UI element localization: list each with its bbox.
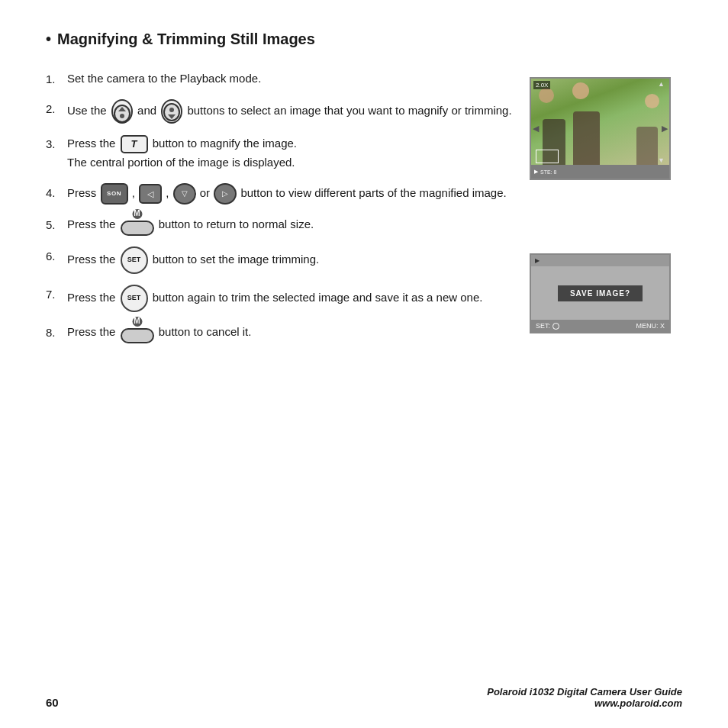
play-icon-screen2: ▶ — [535, 257, 540, 264]
step-7-text: Press the SET button again to trim the s… — [67, 285, 514, 312]
step-1-content: Set the camera to the Playback mode. — [67, 72, 261, 85]
page-number: 60 — [46, 696, 59, 709]
svg-point-3 — [169, 108, 174, 112]
bullet-point: • — [46, 31, 51, 48]
steps-left: 1. Set the camera to the Playback mode. … — [46, 69, 514, 354]
step-2-text: Use the and — [67, 99, 514, 124]
page-footer: 60 Polaroid i1032 Digital Camera User Gu… — [46, 686, 682, 709]
step-6-text: Press the SET button to set the image tr… — [67, 246, 514, 274]
set-label: SET: — [536, 322, 550, 330]
save-image-label: SAVE IMAGE? — [558, 285, 643, 301]
brand-info: Polaroid i1032 Digital Camera User Guide… — [487, 686, 682, 709]
step-3-text: Press the T button to magnify the image.… — [67, 134, 514, 172]
right-arrow-button-icon: ▷ — [214, 183, 237, 205]
screen-2-header: ▶ — [531, 255, 669, 266]
section-title: • Magnifying & Trimming Still Images — [46, 31, 682, 48]
set-button-icon: SET — [121, 246, 148, 274]
step-4-number: 4. — [46, 183, 67, 202]
step-4-text: Press SON , ◁ , ▽ or — [67, 183, 514, 205]
step-6-number: 6. — [46, 246, 67, 266]
right-nav-arrow: ▶ — [662, 124, 668, 134]
steps-area: 1. Set the camera to the Playback mode. … — [46, 69, 682, 354]
camera-screen-2: ▶ SAVE IMAGE? SET: MENU: X — [530, 253, 671, 333]
brand-line2: www.polaroid.com — [487, 697, 682, 709]
brand-line1: Polaroid i1032 Digital Camera User Guide — [487, 686, 682, 697]
step-5: 5. Press the M button to return to norma… — [46, 215, 514, 236]
screen-2-footer: SET: MENU: X — [531, 320, 669, 332]
up-arrow: ▲ — [658, 80, 665, 88]
step-8-number: 8. — [46, 323, 67, 342]
set-button-2-icon: SET — [121, 285, 148, 312]
step-4: 4. Press SON , ◁ , ▽ — [46, 183, 514, 205]
step-2: 2. Use the and — [46, 99, 514, 124]
zoom-indicator: 2.0X — [533, 81, 550, 89]
menu-label: MENU: X — [636, 322, 665, 330]
play-icon-screen1: ▶ — [534, 169, 538, 175]
step-8: 8. Press the M button to cancel it. — [46, 323, 514, 343]
down-arrow: ▼ — [658, 156, 665, 164]
step-5-text: Press the M button to return to normal s… — [67, 215, 514, 236]
ste-box — [536, 150, 559, 163]
step-3-number: 3. — [46, 134, 67, 153]
scroll-up-button-icon — [111, 99, 133, 124]
step-1-text: Set the camera to the Playback mode. — [67, 69, 514, 89]
step-7-number: 7. — [46, 285, 67, 304]
step-5-number: 5. — [46, 215, 67, 234]
step-8-text: Press the M button to cancel it. — [67, 323, 514, 343]
step-3: 3. Press the T button to magnify the ima… — [46, 134, 514, 172]
title-text: Magnifying & Trimming Still Images — [57, 31, 315, 48]
left-nav-arrow: ◀ — [533, 124, 539, 134]
steps-right: 2.0X ▲ ◀ ▶ ▼ ▶ STE: 8 — [530, 69, 682, 354]
set-indicator: SET: — [536, 322, 559, 330]
page-content: • Magnifying & Trimming Still Images 1. … — [0, 0, 728, 728]
step-7: 7. Press the SET button again to trim th… — [46, 285, 514, 312]
save-dialog: ▶ SAVE IMAGE? SET: MENU: X — [531, 255, 669, 332]
m-button-2-icon: M — [121, 323, 154, 343]
step-1: 1. Set the camera to the Playback mode. — [46, 69, 514, 89]
down-arrow-button-icon: ▽ — [173, 183, 196, 205]
t-button-icon: T — [121, 135, 148, 153]
step-1-number: 1. — [46, 69, 67, 89]
step-6: 6. Press the SET button to set the image… — [46, 246, 514, 274]
son-button-icon: SON — [101, 183, 128, 205]
set-circle — [552, 323, 559, 330]
camera-screen-1: 2.0X ▲ ◀ ▶ ▼ ▶ STE: 8 — [530, 77, 671, 180]
screen-1-bottom-bar: ▶ STE: 8 — [531, 165, 669, 179]
screen-2-body: SAVE IMAGE? — [531, 266, 669, 320]
svg-point-1 — [120, 114, 124, 118]
scroll-down-button-icon — [161, 99, 182, 124]
m-button-icon: M — [121, 215, 154, 236]
left-arrow-button-icon: ◁ — [139, 184, 162, 204]
step-2-number: 2. — [46, 99, 67, 118]
ste-label: STE: 8 — [540, 169, 556, 175]
